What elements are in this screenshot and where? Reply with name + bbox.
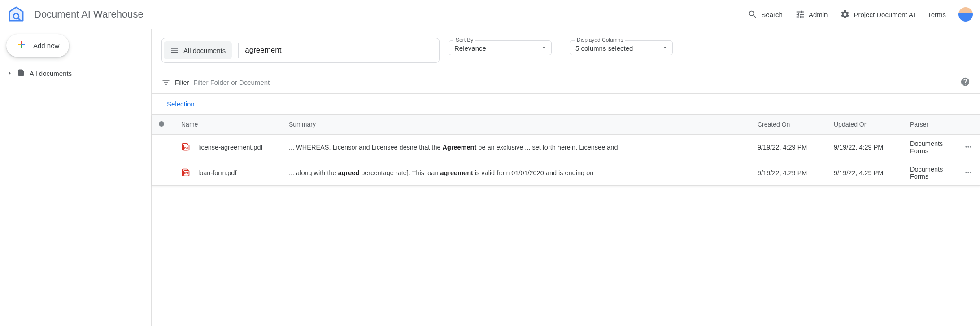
column-created[interactable]: Created On [750,115,827,135]
updated-cell: 9/19/22, 4:29 PM [827,160,903,186]
parser-cell: Documents Forms [903,160,957,186]
file-name: license-agreement.pdf [198,144,262,151]
filter-input[interactable] [193,79,956,86]
caret-down-icon [662,44,668,52]
summary-cell: ... along with the agreed percentage rat… [282,160,750,186]
parser-cell: Documents Forms [903,135,957,160]
displayed-columns-dropdown[interactable]: Displayed Columns 5 columns selected [570,40,673,55]
filter-bar: Filter [152,71,980,94]
sort-by-label: Sort By [453,37,475,43]
filter-label: Filter [175,79,189,86]
table-row[interactable]: PDFlicense-agreement.pdf... WHEREAS, Lic… [152,135,980,160]
created-cell: 9/19/22, 4:29 PM [750,160,827,186]
list-icon [170,46,179,55]
caret-down-icon [541,44,547,52]
plus-icon [16,40,27,52]
pdf-icon: PDF [181,168,190,178]
sidebar-item-all-documents[interactable]: All documents [5,65,146,82]
search-box: All documents [161,38,440,63]
table-row[interactable]: PDFloan-form.pdf... along with the agree… [152,160,980,186]
app-title: Document AI Warehouse [34,9,144,20]
svg-point-11 [965,172,967,173]
add-new-button[interactable]: Add new [6,34,69,57]
column-summary[interactable]: Summary [282,115,750,135]
header-terms-link[interactable]: Terms [928,11,946,18]
document-icon [17,69,25,78]
header-search-link[interactable]: Search [748,9,783,19]
more-actions-icon[interactable] [964,145,973,153]
pdf-icon: PDF [181,142,190,153]
svg-text:PDF: PDF [184,146,189,149]
tune-icon [795,9,805,19]
help-icon[interactable] [960,77,970,88]
main-content: All documents Sort By Relevance Displaye… [152,29,980,326]
svg-point-13 [970,172,971,173]
select-all-toggle[interactable] [159,121,164,127]
sort-by-value: Relevance [454,44,486,52]
column-actions [957,115,980,135]
separator [238,43,239,58]
user-avatar[interactable] [958,7,973,22]
file-name: loan-form.pdf [198,169,236,176]
created-cell: 9/19/22, 4:29 PM [750,135,827,160]
app-logo-icon [7,5,25,24]
tab-selection[interactable]: Selection [161,94,200,114]
header-project-link[interactable]: Project Document AI [840,9,915,19]
columns-label: Displayed Columns [575,37,625,43]
svg-point-12 [967,172,969,173]
svg-text:PDF: PDF [184,172,189,175]
summary-cell: ... WHEREAS, Licensor and Licensee desir… [282,135,750,160]
chevron-right-icon [7,70,13,77]
results-table: Name Summary Created On Updated On Parse… [152,115,980,186]
svg-point-6 [967,146,969,147]
columns-value: 5 columns selected [575,44,633,52]
search-icon [748,9,758,19]
column-name[interactable]: Name [174,115,282,135]
sort-by-dropdown[interactable]: Sort By Relevance [449,40,552,55]
sidebar: Add new All documents [0,29,152,326]
app-header: Document AI Warehouse Search Admin Proje… [0,0,980,29]
header-admin-link[interactable]: Admin [795,9,828,19]
svg-point-5 [965,146,967,147]
search-scope-chip[interactable]: All documents [164,41,232,59]
updated-cell: 9/19/22, 4:29 PM [827,135,903,160]
column-updated[interactable]: Updated On [827,115,903,135]
column-parser[interactable]: Parser [903,115,957,135]
search-input[interactable] [245,46,437,55]
filter-icon [161,78,170,87]
column-select [152,115,174,135]
gear-icon [840,9,850,19]
header-actions: Search Admin Project Document AI Terms [748,7,973,22]
more-actions-icon[interactable] [964,171,973,178]
tabs: Selection [152,94,980,115]
svg-point-7 [970,146,971,147]
logo-area: Document AI Warehouse [7,5,144,24]
